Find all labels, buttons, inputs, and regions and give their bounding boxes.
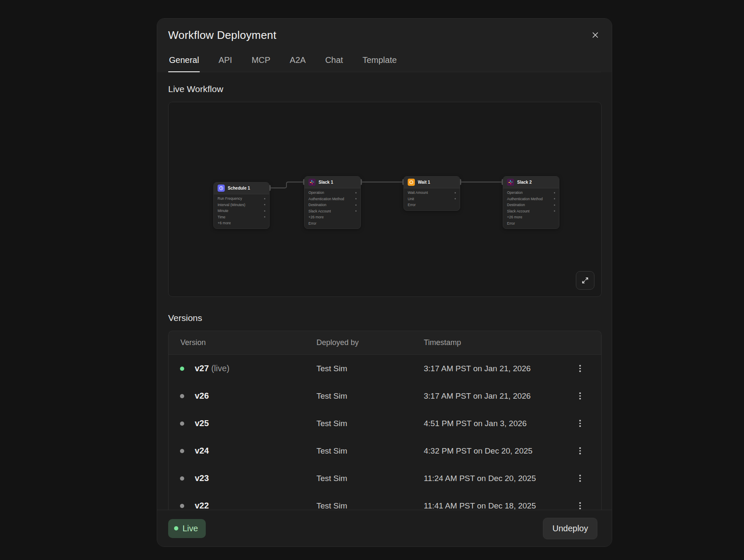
live-workflow-heading: Live Workflow [168, 84, 601, 94]
node-title: Wait 1 [418, 180, 430, 185]
node-title: Slack 1 [319, 180, 333, 185]
modal-footer: Live Undeploy [157, 510, 612, 546]
modal-content: Live Workflow [157, 72, 612, 510]
column-header-deployed-by: Deployed by [316, 338, 424, 347]
node-field: Wait Amount [408, 190, 428, 195]
node-field: Minute [218, 209, 229, 213]
version-label: v25 [195, 419, 209, 428]
node-schedule-1[interactable]: Schedule 1 Run Frequency Interval (Minut… [213, 182, 270, 229]
node-error-label: Error [308, 221, 316, 226]
field-dot-icon [554, 198, 555, 199]
node-field: Run Frequency [218, 196, 242, 201]
tab-bar: General API MCP A2A Chat Template [168, 53, 601, 72]
live-status-badge: Live [168, 519, 206, 538]
tab-template[interactable]: Template [362, 53, 398, 72]
field-dot-icon [355, 192, 357, 193]
undeploy-button[interactable]: Undeploy [543, 518, 597, 539]
version-live-suffix: (live) [209, 364, 229, 373]
node-body: Operation Authentication Method Destinat… [503, 188, 559, 228]
workflow-canvas[interactable]: Schedule 1 Run Frequency Interval (Minut… [168, 102, 602, 297]
timestamp: 4:32 PM PST on Dec 20, 2025 [424, 446, 565, 456]
live-badge-label: Live [183, 524, 198, 533]
row-menu-button[interactable] [565, 471, 595, 485]
column-header-timestamp: Timestamp [424, 338, 601, 347]
node-field: Destination [308, 203, 327, 207]
node-title: Slack 2 [517, 180, 531, 185]
slack-icon [308, 179, 316, 186]
row-menu-button[interactable] [565, 444, 595, 458]
node-field: Operation [507, 190, 523, 195]
node-slack-1[interactable]: Slack 1 Operation Authentication Method … [304, 176, 361, 229]
node-header: Wait 1 [404, 177, 460, 188]
version-status-dot [180, 504, 184, 508]
expand-icon [581, 276, 589, 285]
table-row-v24[interactable]: v24 Test Sim 4:32 PM PST on Dec 20, 2025 [169, 437, 601, 465]
node-error-label: Error [507, 221, 515, 226]
field-dot-icon [554, 192, 555, 193]
deployed-by: Test Sim [316, 501, 424, 510]
version-status-dot [180, 421, 184, 426]
expand-canvas-button[interactable] [576, 271, 594, 290]
field-dot-icon [264, 198, 265, 199]
version-label: v23 [195, 473, 209, 483]
versions-table: Version Deployed by Timestamp v27 (live)… [168, 331, 602, 510]
node-field: Slack Account [507, 209, 529, 213]
node-more-label: +26 more [308, 215, 324, 219]
version-label: v24 [195, 446, 209, 455]
table-row-v27[interactable]: v27 (live) Test Sim 3:17 AM PST on Jan 2… [169, 355, 601, 382]
node-field: Unit [408, 197, 414, 201]
table-row-v23[interactable]: v23 Test Sim 11:24 AM PST on Dec 20, 202… [169, 465, 601, 492]
row-menu-button[interactable] [565, 389, 595, 403]
close-button[interactable] [589, 29, 602, 41]
version-status-dot [180, 367, 184, 371]
version-label: v27 [195, 364, 209, 373]
live-dot-icon [174, 526, 178, 530]
row-menu-button[interactable] [565, 499, 595, 510]
node-field: Destination [507, 203, 525, 207]
wait-clock-icon [408, 179, 415, 186]
deployed-by: Test Sim [316, 474, 424, 483]
node-field: Operation [308, 190, 324, 195]
workflow-deployment-modal: Workflow Deployment General API MCP A2A … [157, 18, 612, 547]
schedule-clock-icon [218, 185, 225, 192]
node-header: Slack 2 [503, 177, 559, 188]
node-title: Schedule 1 [228, 186, 250, 190]
tab-api[interactable]: API [218, 53, 233, 72]
node-field: Authentication Method [507, 197, 543, 201]
node-header: Slack 1 [305, 177, 360, 188]
field-dot-icon [355, 204, 357, 206]
field-dot-icon [264, 204, 265, 205]
table-row-v26[interactable]: v26 Test Sim 3:17 AM PST on Jan 21, 2026 [169, 382, 601, 410]
version-label: v26 [195, 391, 209, 400]
table-row-v25[interactable]: v25 Test Sim 4:51 PM PST on Jan 3, 2026 [169, 410, 601, 437]
node-field: Authentication Method [308, 197, 344, 201]
deployed-by: Test Sim [316, 364, 424, 373]
field-dot-icon [355, 198, 357, 199]
row-menu-button[interactable] [565, 416, 595, 430]
timestamp: 11:24 AM PST on Dec 20, 2025 [424, 474, 565, 483]
deployed-by: Test Sim [316, 446, 424, 456]
versions-heading: Versions [168, 313, 601, 323]
field-dot-icon [455, 192, 456, 193]
field-dot-icon [554, 210, 555, 212]
tab-chat[interactable]: Chat [324, 53, 344, 72]
version-label: v22 [195, 501, 209, 510]
node-body: Wait Amount Unit Error [404, 188, 460, 210]
node-body: Run Frequency Interval (Minutes) Minute … [214, 194, 269, 228]
node-field: Interval (Minutes) [218, 203, 245, 207]
versions-table-header: Version Deployed by Timestamp [169, 331, 601, 355]
node-more-label: +26 more [507, 215, 522, 219]
timestamp: 3:17 AM PST on Jan 21, 2026 [424, 391, 565, 401]
tab-mcp[interactable]: MCP [251, 53, 271, 72]
field-dot-icon [554, 204, 555, 206]
deployed-by: Test Sim [316, 391, 424, 401]
tab-a2a[interactable]: A2A [289, 53, 307, 72]
table-row-v22[interactable]: v22 Test Sim 11:41 AM PST on Dec 18, 202… [169, 492, 601, 510]
row-menu-button[interactable] [565, 362, 595, 375]
close-icon [591, 30, 600, 40]
node-wait-1[interactable]: Wait 1 Wait Amount Unit Error [403, 176, 460, 211]
tab-general[interactable]: General [168, 53, 200, 72]
node-header: Schedule 1 [214, 182, 269, 194]
node-body: Operation Authentication Method Destinat… [305, 188, 360, 228]
node-slack-2[interactable]: Slack 2 Operation Authentication Method … [503, 176, 559, 229]
